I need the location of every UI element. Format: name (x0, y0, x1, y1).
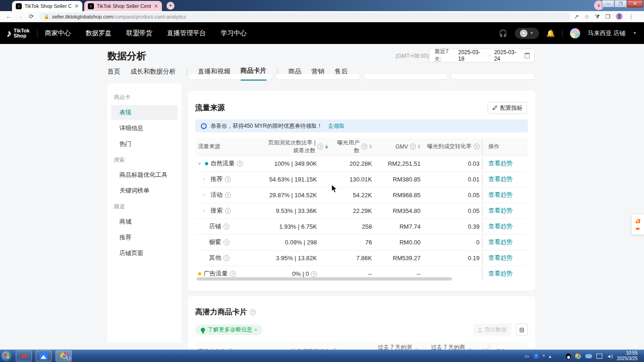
question-mark-icon[interactable]: ? (223, 255, 229, 261)
sort-icon[interactable] (418, 144, 421, 149)
view-trend-link[interactable]: 查看趋势 (489, 207, 513, 214)
browser-tab-1[interactable]: ♪ TikTok Shop Seller Center | Cr ✕ (12, 1, 82, 11)
tray-qq-icon[interactable] (566, 353, 571, 359)
language-selector[interactable]: 💬 ▼ (515, 28, 539, 39)
extensions-puzzle-icon[interactable]: ⧩ (595, 13, 600, 20)
kebab-menu-icon[interactable]: ⋮ (628, 13, 634, 20)
tray-toolbox-icon[interactable]: ▭ (525, 354, 529, 359)
page-tab-1[interactable]: 成长和数据分析 (130, 68, 176, 80)
question-mark-icon[interactable]: ? (474, 144, 480, 150)
traffic-column-header-4: 曝光到成交转化率? (423, 138, 483, 156)
diagnose-info-link[interactable]: 了解更多诊断信息 › (195, 325, 262, 335)
sidebar-item[interactable]: 商城 (111, 214, 178, 229)
question-mark-icon[interactable]: ? (230, 271, 236, 277)
table-row: 店铺?1.93% | 6.75K258RM7.740.39查看趋势 (195, 218, 527, 234)
navbar-menu-item-4[interactable]: 学习中心 (221, 29, 247, 37)
tray-cloud-icon[interactable] (585, 354, 592, 358)
tray-misc-icon[interactable]: ª (543, 354, 545, 359)
tray-chrome-icon[interactable] (575, 353, 581, 359)
chevron-right-icon[interactable]: › (204, 177, 208, 181)
navbar-menu-item-3[interactable]: 直播管理平台 (167, 29, 206, 37)
configure-metrics-button[interactable]: 🖉 配置指标 (488, 102, 527, 114)
sort-icon[interactable] (369, 144, 372, 149)
chevron-right-icon: › (255, 326, 257, 333)
navbar-menu-item-2[interactable]: 联盟带货 (126, 29, 152, 37)
tab-close-icon[interactable]: ✕ (154, 3, 158, 9)
view-trend-link[interactable]: 查看趋势 (489, 191, 513, 198)
chevron-down-icon[interactable]: ∨ (198, 161, 203, 166)
taskbar-app-button[interactable] (36, 350, 52, 362)
question-mark-icon[interactable]: ? (225, 176, 231, 182)
question-mark-icon[interactable]: ? (237, 161, 243, 167)
back-icon[interactable]: ← (6, 13, 12, 20)
sidebar-item[interactable]: 详细信息 (111, 121, 178, 136)
browser-tab-2[interactable]: ♪ TikTok Shop Seller Center | Cr ✕ (84, 1, 162, 11)
view-trend-link[interactable]: 查看趋势 (489, 160, 513, 167)
claim-coupon-link[interactable]: 去领取 (328, 122, 345, 130)
clock-icon: 🕐 (201, 123, 207, 129)
clock-time: 10:55 (617, 350, 638, 356)
profile-avatar[interactable]: 👤 (616, 13, 623, 20)
page-background: 数据分析 (GMT+08:00) 最近7天: 2025-03-18 - 2025… (0, 44, 644, 350)
side-panel-icon[interactable]: ❒ (605, 13, 610, 20)
bookmark-star-icon[interactable]: ☆ (584, 13, 589, 20)
report-list-button[interactable]: ▤ (516, 324, 528, 336)
taskbar-wps-button[interactable]: W (16, 350, 32, 362)
view-trend-link[interactable]: 查看趋势 (489, 223, 513, 230)
sidebar-item[interactable]: 热门 (111, 137, 178, 151)
taskbar-chrome-button[interactable]: 👤 (56, 350, 72, 362)
conversion-rate-value: 0 (423, 234, 483, 250)
sidebar-item[interactable]: 店铺页面 (111, 246, 178, 261)
shop-name[interactable]: 马来西亚 店铺 (588, 29, 625, 37)
close-button[interactable]: ✕ (627, 0, 643, 7)
question-mark-icon[interactable]: ? (223, 224, 229, 230)
question-mark-icon[interactable]: ? (225, 192, 231, 198)
traffic-column-header-1: 页面浏览次数比率 | 观看次数? (261, 138, 331, 156)
page-tab-0[interactable]: 首页 (107, 68, 120, 80)
question-mark-icon[interactable]: ? (311, 271, 317, 277)
sidebar-item[interactable]: 商品标题优化工具 (111, 168, 178, 182)
tray-network-icon[interactable] (596, 354, 602, 359)
question-mark-icon[interactable]: ? (250, 309, 256, 315)
shop-avatar[interactable] (570, 28, 580, 38)
new-tab-button[interactable]: + (167, 2, 174, 10)
browser-tab-strip: ♪ TikTok Shop Seller Center | Cr ✕ ♪ Tik… (0, 0, 644, 11)
view-trend-link[interactable]: 查看趋势 (489, 254, 513, 261)
navbar-menu-item-1[interactable]: 数据罗盘 (86, 29, 111, 37)
question-mark-icon[interactable]: ? (410, 144, 416, 150)
alibaba-float-widget[interactable]: a ▆▆ (632, 214, 644, 235)
start-button[interactable] (1, 351, 12, 362)
chevron-right-icon[interactable]: › (204, 193, 208, 197)
tray-help-icon[interactable]: ? (533, 353, 539, 359)
minimize-button[interactable]: — (602, 0, 614, 7)
chevron-right-icon[interactable]: › (204, 208, 208, 213)
question-mark-icon[interactable]: ? (225, 208, 231, 214)
taskbar-clock[interactable]: 10:55 2025/3/25 (617, 350, 638, 362)
navbar-menu-item-0[interactable]: 商家中心 (45, 29, 71, 37)
sidebar-item[interactable]: 推荐 (111, 230, 178, 245)
reload-icon[interactable]: ⟳ (29, 13, 34, 20)
tray-volume-icon[interactable]: ◄) (607, 354, 613, 359)
tab-close-icon[interactable]: ✕ (74, 3, 79, 9)
date-range-picker[interactable]: 最近7天: 2025-03-18 - 2025-03-24 (429, 49, 535, 62)
forward-icon[interactable]: → (17, 13, 23, 20)
tray-expand-icon[interactable]: ▴ (549, 354, 551, 359)
horizontal-scrollbar[interactable] (197, 277, 452, 281)
question-mark-icon[interactable]: ? (317, 144, 323, 150)
headset-icon[interactable]: 🎧 (499, 29, 508, 37)
view-trend-link[interactable]: 查看趋势 (489, 175, 513, 182)
tiktok-shop-logo[interactable]: ♪ TikTok Shop (6, 28, 30, 39)
notification-bell-icon[interactable]: 🔔 (546, 29, 555, 37)
question-mark-icon[interactable]: ? (223, 239, 229, 245)
url-bar[interactable]: 🔒 seller.tiktokglobalshop.com/compass/pr… (39, 12, 570, 21)
share-icon[interactable]: ↗ (574, 13, 579, 20)
view-trend-link[interactable]: 查看趋势 (489, 270, 513, 277)
chevron-down-icon[interactable]: ▼ (633, 31, 637, 35)
view-trend-link[interactable]: 查看趋势 (489, 238, 513, 245)
sidebar-item[interactable]: 表现 (111, 105, 178, 120)
sort-icon[interactable] (325, 144, 328, 149)
sidebar-item[interactable]: 关键词榜单 (111, 183, 178, 198)
export-data-button[interactable]: ↥ 导出数据 (473, 324, 511, 336)
maximize-button[interactable]: ❐ (614, 0, 627, 7)
question-mark-icon[interactable]: ? (361, 144, 367, 150)
